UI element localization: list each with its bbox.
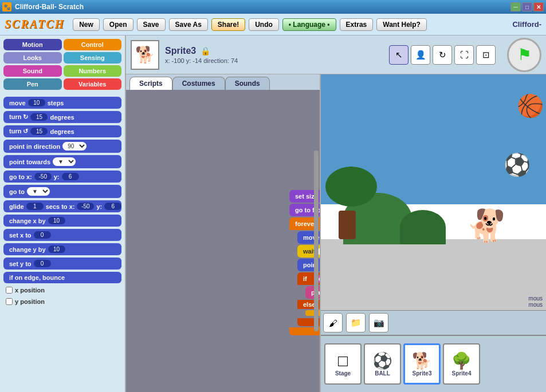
green-flag-button[interactable]: ⚑ [507,38,541,72]
save-button[interactable]: Save [137,18,166,31]
expand-tool-button[interactable]: ⛶ [454,45,474,65]
change-x-input[interactable] [48,217,65,224]
undo-button[interactable]: Undo [249,18,279,31]
turn-ccw-input[interactable] [30,128,48,135]
move-steps-input[interactable] [28,99,45,106]
sprite-lock-icon[interactable]: 🔒 [201,46,210,56]
sprite-sprite4[interactable]: 🌳 Sprite4 [443,343,480,385]
x-position-checkbox[interactable] [6,287,13,294]
change-y-input[interactable] [48,246,65,253]
toolbar: SCRATCH New Open Save Save As Share! Und… [0,14,546,35]
rotate-icon: ↻ [439,50,446,60]
app-title: Clifford-Ball- Scratch [15,3,510,11]
glide-y-input[interactable] [104,203,121,210]
cursor-tool-button[interactable]: ↖ [389,45,408,65]
category-numbers[interactable]: Numbers [64,65,122,77]
block-set-y[interactable]: set y to [3,258,121,270]
sprite-name: Sprite3 [165,46,196,56]
tab-sounds[interactable]: Sounds [225,77,270,90]
mouse-x: mous [529,295,543,302]
block-categories: Motion Control Looks Sensing Sound Numbe… [0,35,125,93]
block-move[interactable]: move steps [3,97,121,109]
goto-x-input[interactable] [34,173,52,180]
scroll-indicator[interactable] [314,151,319,332]
block-point-towards[interactable]: point towards ▼ [3,155,121,168]
sprite-ball[interactable]: ⚽ BALL [364,343,401,385]
sprite-stage[interactable]: □ Stage [324,343,362,385]
stage-ground [321,239,546,310]
set-y-input[interactable] [34,260,51,267]
blocks-list: move steps turn ↻ degrees turn ↺ degrees… [0,93,125,392]
open-button[interactable]: Open [103,18,133,31]
person-tool-button[interactable]: 👤 [411,45,430,65]
stage-hill2 [400,210,446,244]
category-pen[interactable]: Pen [3,78,62,90]
block-set-x[interactable]: set x to [3,229,121,241]
tab-costumes[interactable]: Costumes [172,77,225,90]
stage-basket: 🏀 [517,93,544,118]
forever-arrow: ↩ [289,336,320,347]
minimize-button[interactable]: ─ [510,2,521,11]
category-variables[interactable]: Variables [64,78,122,90]
share-button[interactable]: Share! [211,18,245,31]
stage-canvas: 🐕 ⚽ 🏀 mous mous [321,74,546,310]
glide-x-input[interactable] [77,203,94,210]
block-y-position: y position [3,297,121,306]
block-goto[interactable]: go to ▼ [3,185,121,198]
mouse-y: mous [529,302,543,308]
sprite-thumbnail: 🐕 [131,40,159,70]
block-bounce[interactable]: if on edge, bounce [3,272,121,283]
category-looks[interactable]: Looks [3,52,62,64]
language-button[interactable]: • Language • [282,18,336,31]
stage-tool-icons: ↖ 👤 ↻ ⛶ ⊡ [389,45,496,65]
category-sensing[interactable]: Sensing [64,52,122,64]
goto-select[interactable]: ▼ [27,187,50,196]
tab-scripts[interactable]: Scripts [129,77,172,90]
point-towards-select[interactable]: ▼ [53,157,76,166]
script-canvas[interactable]: set size to 65 % go to front forever [126,90,320,392]
stage-dog: 🐕 [466,207,505,244]
new-button[interactable]: New [73,18,100,31]
main-area: Motion Control Looks Sensing Sound Numbe… [0,35,546,392]
shrink-tool-button[interactable]: ⊡ [476,45,496,65]
camera-button[interactable]: 📷 [369,313,388,332]
point-direction-select[interactable]: 90 [62,142,87,151]
rotate-tool-button[interactable]: ↻ [433,45,452,65]
block-change-y[interactable]: change y by [3,243,121,255]
stage-area: 🐕 ⚽ 🏀 mous mous 🖌 [320,74,546,392]
paint-icon: 🖌 [329,318,337,328]
turn-cw-input[interactable] [30,113,48,121]
blocks-panel: Motion Control Looks Sensing Sound Numbe… [0,35,126,392]
extras-button[interactable]: Extras [340,18,374,31]
sprite-area: 🐕 Sprite3 🔒 x: -100 y: -14 direction: 74… [126,35,546,392]
flag-icon: ⚑ [517,45,532,64]
sprite-info: Sprite3 🔒 x: -100 y: -14 direction: 74 [165,46,238,64]
help-button[interactable]: Want Help? [376,18,427,31]
y-position-checkbox[interactable] [6,298,13,305]
block-glide[interactable]: glide secs to x: y: [3,200,121,212]
set-x-input[interactable] [34,231,51,239]
maximize-button[interactable]: □ [522,2,532,11]
category-control[interactable]: Control [64,39,122,50]
goto-y-input[interactable] [62,173,79,180]
block-turn-cw[interactable]: turn ↻ degrees [3,111,121,123]
shrink-icon: ⊡ [482,50,490,60]
block-x-position: x position [3,286,121,295]
camera-icon: 📷 [374,318,384,328]
block-turn-ccw[interactable]: turn ↺ degrees [3,125,121,137]
block-goto-xy[interactable]: go to x: y: [3,171,121,183]
block-point-direction[interactable]: point in direction 90 [3,140,121,153]
folder-icon: 📁 [351,318,362,328]
folder-button[interactable]: 📁 [346,313,366,332]
sprite-sprite3[interactable]: 🐕 Sprite3 [403,343,441,385]
save-as-button[interactable]: Save As [169,18,208,31]
category-motion[interactable]: Motion [3,39,62,50]
titlebar: 🐾 Clifford-Ball- Scratch ─ □ ✕ [0,0,546,14]
stage-ball: ⚽ [504,152,531,177]
block-change-x[interactable]: change x by [3,215,121,227]
expand-icon: ⛶ [460,50,469,60]
glide-secs-input[interactable] [26,203,44,210]
category-sound[interactable]: Sound [3,65,62,77]
paint-button[interactable]: 🖌 [323,313,343,332]
close-button[interactable]: ✕ [533,2,544,11]
